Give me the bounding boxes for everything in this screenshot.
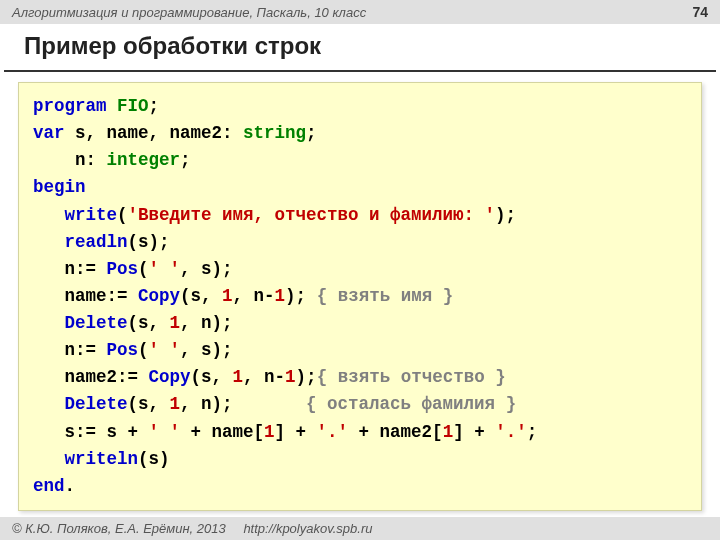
slide-title: Пример обработки строк: [4, 24, 716, 72]
course-title: Алгоритмизация и программирование, Паска…: [12, 5, 366, 20]
page-number: 74: [692, 4, 708, 20]
slide-header: Алгоритмизация и программирование, Паска…: [0, 0, 720, 24]
copyright-text: © К.Ю. Поляков, Е.А. Ерёмин, 2013: [12, 521, 226, 536]
footer-url: http://kpolyakov.spb.ru: [243, 521, 372, 536]
code-block: program FIO; var s, name, name2: string;…: [18, 82, 702, 511]
slide-footer: © К.Ю. Поляков, Е.А. Ерёмин, 2013 http:/…: [0, 517, 720, 540]
